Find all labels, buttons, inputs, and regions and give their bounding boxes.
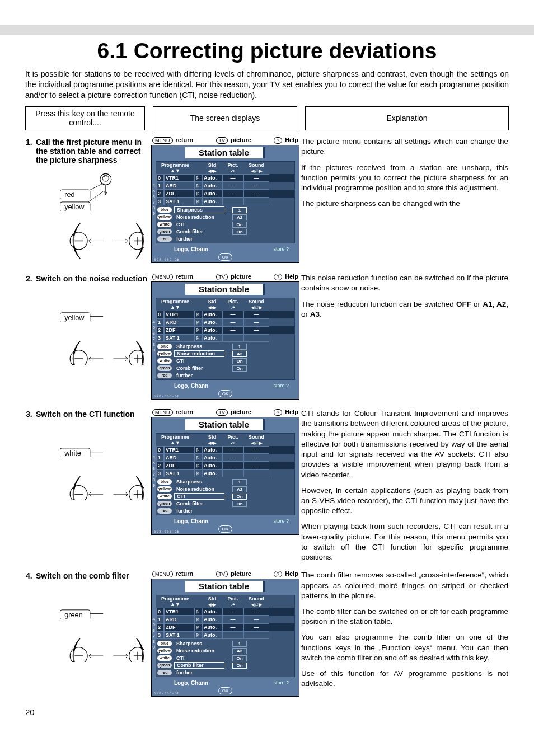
- setting-label: Noise reduction: [174, 350, 224, 357]
- white-chip[interactable]: white: [157, 494, 172, 499]
- explanation-paragraph: The comb filter removes so-called „cross…: [301, 570, 508, 601]
- green-chip[interactable]: green: [157, 501, 172, 506]
- help-pill[interactable]: ?: [274, 571, 282, 577]
- yellow-chip[interactable]: yellow: [157, 214, 172, 220]
- return-label: return: [176, 408, 194, 415]
- help-pill[interactable]: ?: [274, 409, 282, 416]
- explanation-paragraph: However, in certain applications (such a…: [301, 486, 508, 516]
- red-chip[interactable]: red: [157, 670, 172, 675]
- explanation-paragraph: CTI stands for Colour Transient Improvem…: [301, 408, 508, 480]
- row-pict: [222, 631, 243, 639]
- tv-pill[interactable]: TV: [216, 409, 228, 416]
- step-heading: 1. Call the first picture menu in the st…: [26, 138, 149, 165]
- red-chip[interactable]: red: [157, 236, 172, 242]
- row-sound: —: [243, 182, 269, 190]
- row-num: 1: [156, 318, 164, 326]
- row-name: ZDF: [164, 462, 194, 469]
- row-num: 3: [156, 334, 164, 342]
- setting-label: CTI: [174, 358, 224, 364]
- setting-label: Noise reduction: [174, 648, 224, 654]
- white-chip[interactable]: white: [157, 222, 172, 227]
- return-label: return: [176, 137, 194, 143]
- help-label: Help: [285, 570, 298, 577]
- col-head-mid: The screen displays: [153, 106, 297, 131]
- flag-icon: [194, 469, 202, 477]
- setting-value: 1: [232, 641, 247, 647]
- row-num: 1: [156, 182, 164, 190]
- row-num: 0: [156, 608, 164, 616]
- white-chip[interactable]: white: [157, 655, 172, 661]
- row-extra-nums: 456789: [150, 320, 155, 353]
- yellow-chip[interactable]: yellow: [157, 648, 172, 654]
- setting-label: further: [174, 236, 224, 242]
- row-std: Auto.: [202, 318, 222, 326]
- setting-value: A2: [232, 648, 247, 654]
- intro-text: It is possible for stations to be receiv…: [25, 69, 509, 101]
- blue-chip[interactable]: blue: [157, 344, 172, 349]
- help-pill[interactable]: ?: [274, 137, 282, 144]
- row-pict: —: [222, 174, 243, 182]
- row-pict: —: [222, 462, 243, 469]
- tv-pill[interactable]: TV: [216, 571, 228, 577]
- row-sound: —: [243, 608, 269, 616]
- setting-value: On: [232, 501, 247, 507]
- row-pict: —: [222, 190, 243, 198]
- row-name: ZDF: [164, 326, 194, 334]
- setting-label: CTI: [174, 493, 224, 500]
- flag-icon: [194, 311, 202, 318]
- osd-head-prog: Programme▲▼: [156, 298, 194, 311]
- setting-value: On: [232, 494, 247, 500]
- row-num: 0: [156, 446, 164, 454]
- white-chip[interactable]: white: [157, 358, 172, 364]
- menu-pill[interactable]: MENU: [152, 274, 173, 280]
- step-heading: 2. Switch on the noise reduction: [26, 274, 149, 283]
- remote-diagram: red yellow: [26, 168, 149, 263]
- ok-button[interactable]: OK: [218, 253, 233, 261]
- flag-icon: [194, 198, 202, 205]
- tv-pill[interactable]: TV: [216, 274, 228, 280]
- setting-label: CTI: [174, 222, 224, 227]
- flag-icon: [194, 446, 202, 454]
- menu-pill[interactable]: MENU: [152, 409, 173, 416]
- ok-button[interactable]: OK: [218, 687, 233, 694]
- yellow-chip[interactable]: yellow: [157, 486, 172, 492]
- tv-pill[interactable]: TV: [216, 137, 228, 144]
- setting-label: further: [174, 373, 224, 378]
- ok-button[interactable]: OK: [218, 390, 233, 397]
- row-name: ARD: [164, 454, 194, 462]
- remote-diagram: white: [26, 422, 149, 500]
- row-sound: —: [243, 446, 269, 454]
- row-name: ARD: [164, 616, 194, 623]
- red-chip[interactable]: red: [157, 373, 172, 378]
- menu-pill[interactable]: MENU: [152, 571, 173, 577]
- page-title: 6.1 Correcting picture deviations: [25, 39, 509, 63]
- yellow-chip[interactable]: yellow: [157, 351, 172, 356]
- red-chip[interactable]: red: [157, 508, 172, 514]
- row-num: 0: [156, 311, 164, 318]
- row-std: Auto.: [202, 462, 222, 469]
- header-gray-band: [0, 25, 534, 35]
- green-chip[interactable]: green: [157, 365, 172, 371]
- menu-pill[interactable]: MENU: [152, 137, 173, 144]
- green-chip[interactable]: green: [157, 663, 172, 668]
- row-num: 2: [156, 462, 164, 469]
- row-pict: —: [222, 623, 243, 631]
- green-chip[interactable]: green: [157, 229, 172, 234]
- explanation-paragraph: The comb filter can be switched on or of…: [301, 607, 508, 627]
- picture-label: picture: [231, 408, 251, 415]
- ok-button[interactable]: OK: [218, 525, 233, 533]
- blue-chip[interactable]: blue: [157, 641, 172, 646]
- row-pict: —: [222, 608, 243, 616]
- blue-chip[interactable]: blue: [157, 207, 172, 213]
- row-sound: [243, 631, 269, 639]
- setting-value: 1: [232, 479, 247, 485]
- help-pill[interactable]: ?: [274, 274, 282, 280]
- row-sound: —: [243, 326, 269, 334]
- row-pict: [222, 334, 243, 342]
- osd-head-pict: Pict.-∕+: [222, 434, 243, 446]
- row-extra-nums: 456789: [150, 183, 155, 217]
- return-label: return: [176, 273, 194, 280]
- blue-chip[interactable]: blue: [157, 479, 172, 485]
- setting-label: CTI: [174, 655, 224, 661]
- setting-label: Sharpness: [174, 479, 224, 485]
